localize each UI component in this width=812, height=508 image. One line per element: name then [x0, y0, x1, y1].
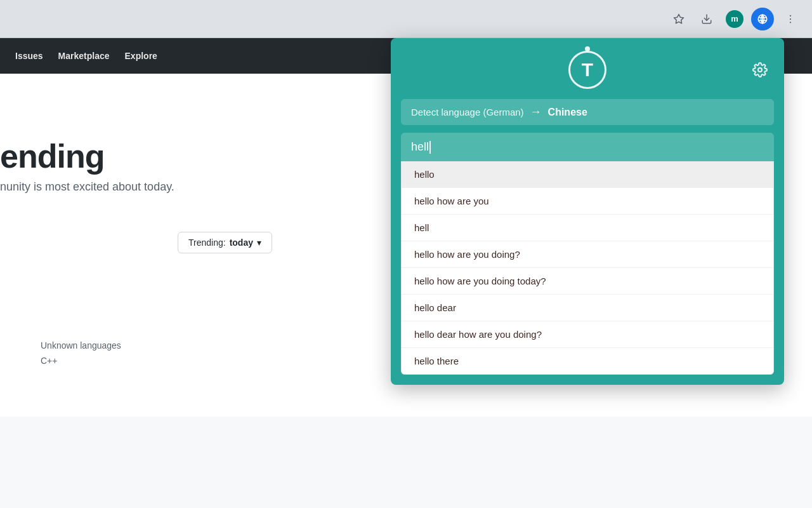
trending-period-button[interactable]: Trending: today ▾: [178, 232, 272, 253]
svg-point-6: [790, 22, 791, 23]
svg-point-7: [758, 68, 762, 72]
cpp-label: C++: [20, 356, 121, 366]
suggestion-item[interactable]: hello how are you: [402, 188, 773, 215]
trending-period: today: [230, 237, 253, 248]
trending-label: Trending:: [188, 237, 226, 248]
text-cursor: [429, 141, 431, 154]
dest-language: Chinese: [548, 107, 587, 118]
svg-marker-0: [674, 14, 684, 23]
account-button[interactable]: m: [723, 8, 746, 30]
suggestion-item[interactable]: hello dear how are you doing?: [402, 321, 773, 348]
translate-extension-button[interactable]: [751, 8, 774, 30]
nav-item-issues[interactable]: Issues: [15, 51, 43, 61]
svg-point-4: [790, 15, 791, 16]
suggestion-item[interactable]: hello there: [402, 348, 773, 374]
download-button[interactable]: [695, 8, 718, 30]
bookmark-button[interactable]: [667, 8, 690, 30]
suggestion-item[interactable]: hello: [402, 161, 773, 188]
suggestion-item[interactable]: hello dear: [402, 295, 773, 321]
svg-point-5: [790, 18, 791, 19]
more-button[interactable]: [779, 8, 802, 30]
nav-item-marketplace[interactable]: Marketplace: [58, 51, 110, 61]
lang-arrow-icon: →: [530, 105, 542, 119]
popup-logo: T: [426, 51, 749, 89]
avatar: m: [726, 10, 743, 28]
logo-letter: T: [582, 59, 593, 81]
suggestion-item[interactable]: hello how are you doing?: [402, 241, 773, 268]
extension-popup: T Detect language (German) → Chinese hel…: [391, 38, 784, 385]
input-text: hell: [411, 140, 429, 154]
popup-header: T: [391, 38, 784, 99]
suggestions-list: hello hello how are you hell hello how a…: [401, 161, 774, 375]
source-language: Detect language (German): [411, 107, 524, 117]
language-bar[interactable]: Detect language (German) → Chinese: [401, 99, 774, 125]
search-area: hell: [401, 133, 774, 161]
suggestion-item[interactable]: hello how are you doing today?: [402, 268, 773, 295]
settings-button[interactable]: [749, 58, 771, 81]
suggestion-item[interactable]: hell: [402, 215, 773, 241]
logo-circle: T: [568, 51, 606, 89]
nav-item-explore[interactable]: Explore: [125, 51, 157, 61]
unknown-lang-label: Unknown languages: [20, 340, 121, 351]
chrome-toolbar: m: [0, 0, 812, 38]
input-display: hell: [411, 140, 431, 154]
dropdown-arrow-icon: ▾: [257, 237, 261, 248]
